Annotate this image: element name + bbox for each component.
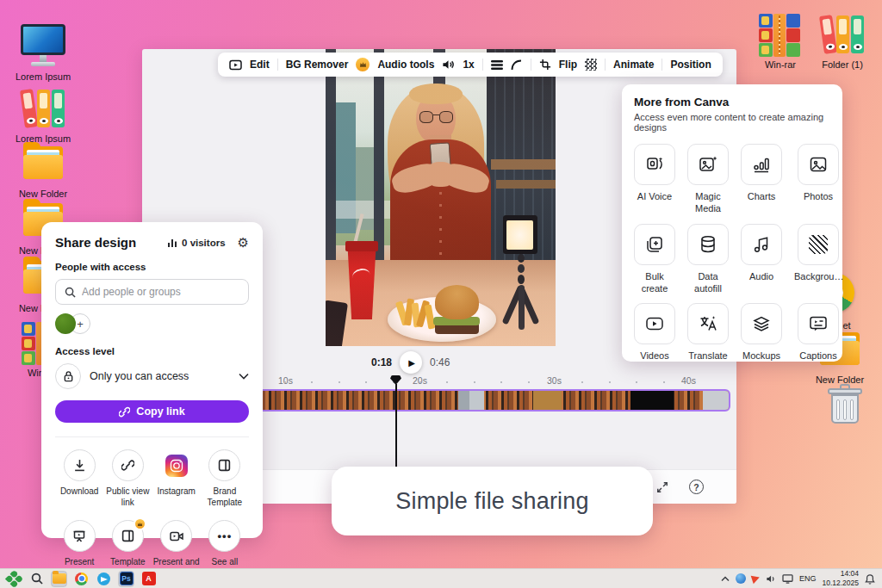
more-from-canva-panel: More from Canva Access even more content… bbox=[622, 84, 842, 362]
instagram-icon bbox=[165, 455, 188, 477]
desktop-icon-lorem-ipsum-monitor[interactable]: Lorem Ipsum bbox=[15, 24, 71, 83]
playback-controls: 0:18 ▶ 0:46 bbox=[371, 351, 509, 374]
acrobat-icon: A bbox=[142, 572, 156, 585]
brand-template-icon bbox=[218, 459, 231, 472]
video-preview[interactable] bbox=[326, 49, 556, 346]
tile-charts[interactable]: Charts bbox=[741, 144, 782, 215]
add-people-field[interactable] bbox=[55, 279, 249, 305]
magic-media-icon bbox=[698, 154, 718, 175]
tile-magic-media[interactable]: Magic Media bbox=[687, 144, 729, 215]
notifications-bell-icon[interactable] bbox=[865, 573, 875, 585]
desktop-icon-winrar[interactable]: Win-rar bbox=[752, 12, 809, 71]
taskbar-photoshop[interactable]: Ps bbox=[119, 572, 134, 586]
tile-videos[interactable]: Videos bbox=[634, 303, 675, 362]
share-action-instagram[interactable]: Instagram bbox=[152, 449, 201, 508]
visitors-chart-icon bbox=[167, 238, 177, 248]
telegram-icon bbox=[97, 573, 110, 585]
people-with-access-heading: People with access bbox=[55, 262, 249, 272]
crop-icon[interactable] bbox=[539, 59, 551, 71]
tile-audio[interactable]: Audio bbox=[741, 224, 782, 295]
see-all-ellipsis-icon: ••• bbox=[208, 520, 240, 552]
start-menu-button[interactable] bbox=[7, 572, 22, 586]
tray-expand-chevron-icon[interactable] bbox=[721, 576, 730, 582]
share-panel-title: Share design bbox=[55, 235, 167, 250]
tray-downloader-icon[interactable] bbox=[751, 573, 761, 584]
tile-photos[interactable]: Photos bbox=[794, 144, 842, 215]
audio-tools-button[interactable]: Audio tools bbox=[377, 59, 434, 71]
visitors-counter[interactable]: 0 visitors bbox=[167, 238, 226, 248]
play-button[interactable]: ▶ bbox=[400, 351, 422, 374]
edit-video-icon bbox=[229, 59, 242, 71]
present-icon bbox=[72, 529, 86, 543]
share-action-download[interactable]: Download bbox=[55, 449, 103, 508]
share-action-public-view-link[interactable]: Public view link bbox=[103, 449, 152, 508]
toolbar-divider bbox=[605, 59, 606, 71]
tile-backgrounds[interactable]: Backgrou… bbox=[794, 224, 842, 295]
audio-icon bbox=[751, 234, 772, 255]
desktop-icon-label: Lorem Ipsum bbox=[15, 71, 71, 83]
position-button[interactable]: Position bbox=[670, 59, 711, 71]
flip-button[interactable]: Flip bbox=[559, 59, 577, 71]
photos-icon bbox=[808, 154, 829, 175]
desktop-icon-folder-1[interactable]: Folder (1) bbox=[814, 12, 871, 71]
language-indicator[interactable]: ENG bbox=[799, 574, 817, 583]
taskbar-telegram[interactable] bbox=[96, 572, 111, 586]
backgrounds-icon bbox=[809, 235, 828, 254]
toolbar-divider bbox=[662, 59, 662, 71]
chevron-down-icon bbox=[239, 373, 249, 380]
tray-volume-icon[interactable] bbox=[766, 574, 776, 584]
corner-curve-icon[interactable] bbox=[511, 59, 523, 71]
bulk-create-icon bbox=[644, 234, 665, 255]
link-icon bbox=[119, 406, 130, 418]
tray-display-icon[interactable] bbox=[782, 574, 793, 584]
tile-translate[interactable]: Translate bbox=[687, 303, 729, 362]
bg-remover-button[interactable]: BG Remover bbox=[286, 59, 349, 71]
tile-ai-voice[interactable]: AI Voice bbox=[634, 144, 675, 215]
binders-icon bbox=[19, 86, 67, 131]
add-people-input[interactable] bbox=[82, 286, 228, 298]
taskbar-acrobat[interactable]: A bbox=[141, 572, 156, 586]
copy-link-button[interactable]: Copy link bbox=[55, 400, 249, 423]
access-level-dropdown[interactable]: Only you can access bbox=[55, 363, 249, 389]
owner-avatar[interactable] bbox=[55, 313, 76, 334]
tile-captions[interactable]: Captions bbox=[794, 303, 842, 362]
pro-crown-icon bbox=[356, 58, 370, 71]
current-time: 0:18 bbox=[371, 356, 392, 368]
taskbar-search-button[interactable] bbox=[29, 572, 44, 586]
taskbar-chrome[interactable] bbox=[74, 572, 89, 586]
start-clover-icon bbox=[5, 569, 23, 587]
desktop-icon-new-folder-1[interactable]: New Folder bbox=[15, 141, 71, 200]
fullscreen-icon[interactable] bbox=[656, 481, 668, 493]
link-icon bbox=[121, 459, 134, 472]
tile-data-autofill[interactable]: Data autofill bbox=[687, 224, 729, 295]
desktop-icon-lorem-ipsum-binders[interactable]: Lorem Ipsum bbox=[15, 86, 71, 145]
help-icon[interactable]: ? bbox=[689, 480, 704, 494]
taskbar: Ps A ENG 14:04 10.12.2025 bbox=[0, 568, 882, 588]
volume-icon[interactable] bbox=[442, 59, 455, 71]
ruler-tick-label: 40s bbox=[681, 375, 696, 386]
edit-button[interactable]: Edit bbox=[250, 59, 270, 71]
chrome-icon bbox=[75, 573, 88, 585]
monitor-icon bbox=[19, 24, 67, 69]
dither-transparency-icon[interactable] bbox=[585, 59, 597, 71]
data-autofill-icon bbox=[698, 234, 718, 255]
animate-button[interactable]: Animate bbox=[613, 59, 654, 71]
desktop-icon-label: Folder (1) bbox=[814, 59, 871, 71]
translate-icon bbox=[698, 313, 718, 334]
tray-cloud-icon[interactable] bbox=[736, 573, 746, 584]
tile-bulk-create[interactable]: Bulk create bbox=[634, 224, 675, 295]
playback-speed-button[interactable]: 1x bbox=[463, 59, 474, 71]
adjust-lines-icon[interactable] bbox=[491, 59, 503, 71]
share-action-brand-template[interactable]: Brand Template bbox=[201, 449, 249, 508]
share-settings-gear-icon[interactable]: ⚙ bbox=[238, 236, 249, 249]
charts-icon bbox=[751, 154, 772, 175]
taskbar-files-app[interactable] bbox=[52, 572, 66, 586]
more-panel-subtitle: Access even more content to create amazi… bbox=[634, 112, 830, 133]
clock-date: 10.12.2025 bbox=[822, 579, 859, 587]
folder-icon bbox=[19, 141, 67, 186]
toolbar-divider bbox=[277, 59, 278, 71]
taskbar-clock[interactable]: 14:04 10.12.2025 bbox=[822, 569, 859, 587]
desktop-icon-trash[interactable] bbox=[817, 383, 873, 428]
tile-mockups[interactable]: Mockups bbox=[741, 303, 782, 362]
visitors-label: 0 visitors bbox=[182, 238, 226, 248]
